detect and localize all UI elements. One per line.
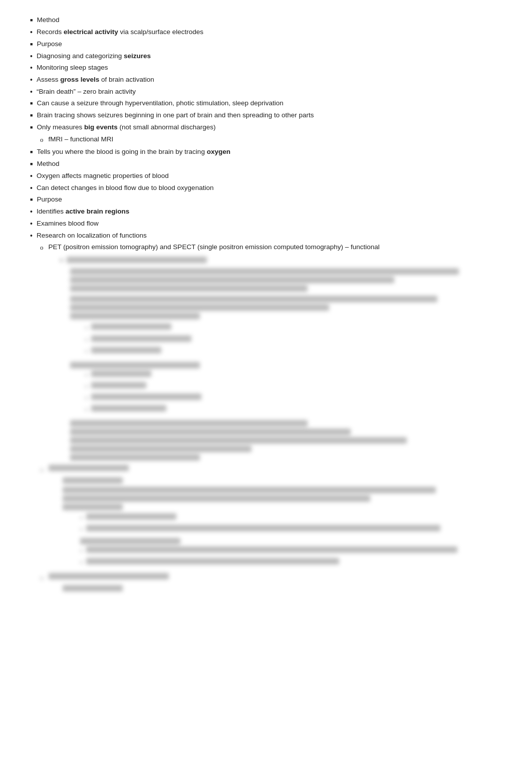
item-text: Can detect changes in blood flow due to … xyxy=(37,183,502,193)
list-item: Brain tracing shows seizures beginning i… xyxy=(30,110,502,121)
item-text: Tells you where the blood is going in th… xyxy=(37,147,502,157)
list-item: Assess gross levels of brain activation xyxy=(30,75,502,86)
blurred-paragraph-1: • • • • • • xyxy=(60,268,502,461)
item-text: “Brain death” – zero brain activity xyxy=(37,87,502,97)
item-text: Identifies active brain regions xyxy=(37,207,502,217)
item-text: Purpose xyxy=(37,194,502,205)
item-text: Assess gross levels of brain activation xyxy=(37,75,502,85)
item-text: Method xyxy=(37,159,502,169)
fmri-outer-item: fMRI – functional MRI xyxy=(40,134,502,145)
list-item: Can detect changes in blood flow due to … xyxy=(30,183,502,194)
pet-outer-item: PET (positron emission tomography) and S… xyxy=(40,242,502,253)
list-item: Method xyxy=(30,159,502,169)
list-item: Identifies active brain regions xyxy=(30,207,502,218)
list-item: Records electrical activity via scalp/su… xyxy=(30,27,502,38)
fmri-section: fMRI – functional MRI Tells you where th… xyxy=(30,134,502,241)
eeq-method-section: Method Records electrical activity via s… xyxy=(30,15,502,133)
list-item: Tells you where the blood is going in th… xyxy=(30,147,502,157)
list-item: Oxygen affects magnetic properties of bl… xyxy=(30,171,502,182)
list-item: Can cause a seizure through hyperventila… xyxy=(30,98,502,109)
item-text: Diagnosing and categorizing seizures xyxy=(37,51,502,62)
list-item: Purpose xyxy=(30,194,502,205)
item-text: Brain tracing shows seizures beginning i… xyxy=(37,110,502,121)
item-text: Examines blood flow xyxy=(37,219,502,229)
list-item: Monitoring sleep stages xyxy=(30,63,502,74)
blurred-bullet-1: ■ xyxy=(60,255,502,266)
fmri-label: fMRI – functional MRI xyxy=(49,134,502,145)
blurred-bottom-section-1: o • • • xyxy=(30,465,502,568)
item-text: Monitoring sleep stages xyxy=(37,63,502,73)
item-text: Only measures big events (not small abno… xyxy=(37,122,502,133)
item-text: Method xyxy=(37,15,502,26)
item-text: Purpose xyxy=(37,39,502,50)
item-text: Oxygen affects magnetic properties of bl… xyxy=(37,171,502,181)
pet-label: PET (positron emission tomography) and S… xyxy=(49,242,502,253)
list-item: “Brain death” – zero brain activity xyxy=(30,87,502,98)
list-item: Only measures big events (not small abno… xyxy=(30,122,502,133)
blurred-content-area: ■ • • • xyxy=(30,255,502,461)
list-item: Diagnosing and categorizing seizures xyxy=(30,51,502,62)
list-item: Purpose xyxy=(30,39,502,50)
list-item: Method xyxy=(30,15,502,26)
list-item: Examines blood flow xyxy=(30,219,502,230)
item-text: Records electrical activity via scalp/su… xyxy=(37,27,502,38)
list-item: Research on localization of functions xyxy=(30,231,502,242)
pet-section: PET (positron emission tomography) and S… xyxy=(30,242,502,253)
item-text: Research on localization of functions xyxy=(37,231,502,241)
item-text: Can cause a seizure through hyperventila… xyxy=(37,98,502,109)
blurred-bottom-section-2: o xyxy=(30,573,502,592)
